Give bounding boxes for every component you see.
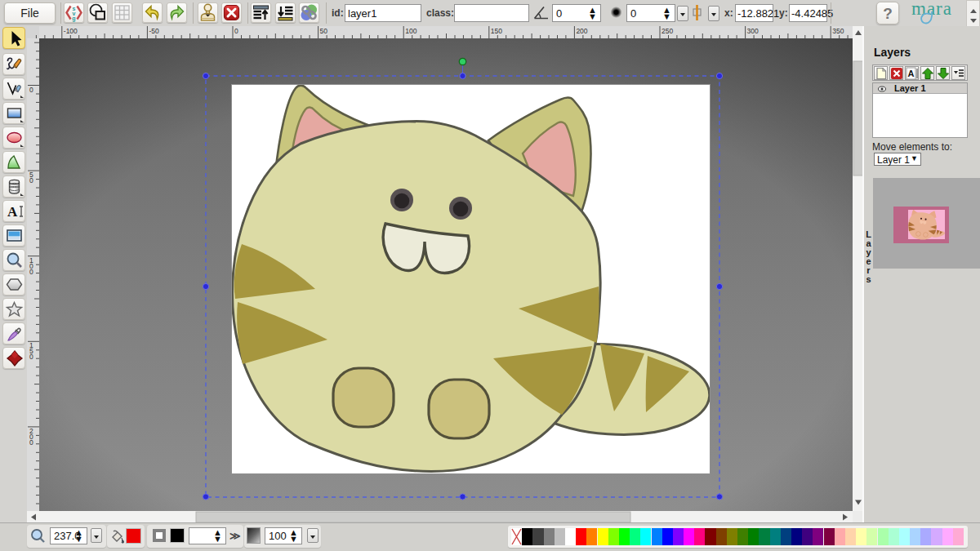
svg-text:-50: -50 (149, 27, 159, 35)
svg-text:100: 100 (405, 27, 416, 35)
svg-text:150: 150 (491, 27, 502, 35)
svg-text:-100: -100 (64, 27, 78, 35)
svg-text:0: 0 (29, 86, 33, 94)
svg-text:0: 0 (29, 353, 33, 361)
svg-text:50: 50 (320, 27, 328, 35)
svg-text:350: 350 (832, 27, 844, 35)
svg-text:0: 0 (29, 268, 33, 276)
svg-text:A: A (7, 204, 18, 220)
svg-text:250: 250 (662, 27, 673, 35)
svg-text:200: 200 (576, 27, 587, 35)
svg-text:300: 300 (747, 27, 759, 35)
svg-text:g: g (72, 16, 75, 22)
svg-text:0: 0 (234, 27, 238, 35)
svg-text:0: 0 (29, 438, 33, 447)
svg-text:0: 0 (29, 176, 33, 184)
svg-text:A: A (908, 69, 915, 78)
